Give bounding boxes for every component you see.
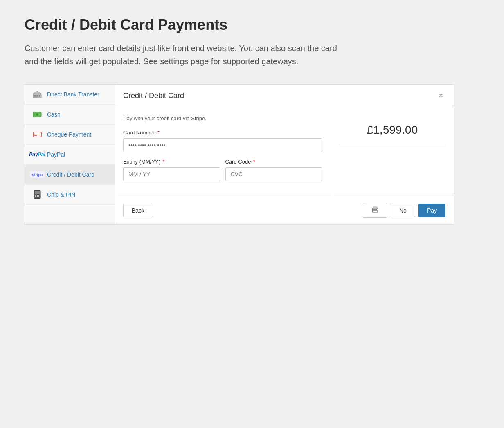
sidebar-item-label-cheque-payment: Cheque Payment bbox=[47, 131, 91, 138]
card-number-label: Card Number * bbox=[123, 130, 322, 136]
svg-rect-1 bbox=[34, 95, 36, 97]
no-button[interactable]: No bbox=[391, 204, 415, 217]
cheque-icon bbox=[32, 130, 43, 139]
expiry-input[interactable] bbox=[123, 167, 220, 181]
page-description: Customer can enter card details just lik… bbox=[25, 42, 352, 68]
footer-right-actions: No Pay bbox=[363, 203, 446, 218]
card-code-input[interactable] bbox=[225, 167, 323, 181]
modal-header: Credit / Debit Card × bbox=[115, 85, 454, 107]
form-subtitle: Pay with your credit card via Stripe. bbox=[123, 115, 322, 121]
expiry-cvc-row: Expiry (MM/YY) * Card Code * bbox=[123, 159, 322, 188]
page-title: Credit / Debit Card Payments bbox=[25, 16, 479, 34]
sidebar-item-paypal[interactable]: PayPal PayPal bbox=[25, 145, 115, 165]
card-code-group: Card Code * bbox=[225, 159, 323, 181]
payment-sidebar: Direct Bank Transfer Cash bbox=[25, 85, 115, 224]
amount-display: £1,599.00 bbox=[339, 115, 446, 145]
sidebar-item-label-cash: Cash bbox=[47, 111, 61, 118]
bank-icon bbox=[32, 90, 43, 99]
svg-rect-17 bbox=[35, 196, 36, 197]
svg-rect-23 bbox=[377, 209, 378, 210]
card-code-label: Card Code * bbox=[225, 159, 323, 165]
payment-container: Direct Bank Transfer Cash bbox=[25, 84, 454, 225]
card-number-group: Card Number * bbox=[123, 130, 322, 152]
sidebar-item-chip-pin[interactable]: Chip & PIN bbox=[25, 185, 115, 205]
pay-button[interactable]: Pay bbox=[418, 204, 446, 217]
modal-body: Pay with your credit card via Stripe. Ca… bbox=[115, 107, 454, 196]
sidebar-item-label-chip-pin: Chip & PIN bbox=[47, 191, 75, 198]
modal-footer: Back No Pay bbox=[115, 196, 454, 224]
svg-rect-19 bbox=[38, 196, 39, 197]
modal-content: Credit / Debit Card × Pay with your cred… bbox=[115, 85, 454, 224]
svg-rect-16 bbox=[38, 195, 39, 196]
amount-section: £1,599.00 bbox=[331, 107, 454, 196]
print-icon bbox=[371, 208, 379, 214]
paypal-icon: PayPal bbox=[32, 150, 43, 159]
svg-rect-2 bbox=[37, 95, 38, 97]
print-button[interactable] bbox=[363, 203, 387, 218]
svg-point-6 bbox=[36, 113, 38, 116]
svg-rect-22 bbox=[373, 211, 377, 212]
sidebar-item-label-paypal: PayPal bbox=[47, 151, 65, 158]
svg-rect-7 bbox=[33, 113, 35, 116]
expiry-label: Expiry (MM/YY) * bbox=[123, 159, 220, 165]
svg-rect-13 bbox=[35, 191, 40, 194]
svg-rect-14 bbox=[35, 195, 36, 196]
svg-marker-4 bbox=[33, 91, 41, 94]
modal-title: Credit / Debit Card bbox=[123, 92, 184, 100]
stripe-icon: stripe bbox=[32, 170, 43, 179]
svg-rect-15 bbox=[37, 195, 38, 196]
close-button[interactable]: × bbox=[436, 91, 446, 100]
sidebar-item-direct-bank-transfer[interactable]: Direct Bank Transfer bbox=[25, 85, 115, 105]
expiry-group: Expiry (MM/YY) * bbox=[123, 159, 220, 181]
sidebar-item-label-direct-bank-transfer: Direct Bank Transfer bbox=[47, 91, 99, 98]
card-form-section: Pay with your credit card via Stripe. Ca… bbox=[115, 107, 331, 196]
sidebar-item-credit-debit-card[interactable]: stripe Credit / Debit Card bbox=[25, 165, 115, 185]
svg-rect-21 bbox=[373, 207, 377, 209]
sidebar-item-cash[interactable]: Cash bbox=[25, 105, 115, 125]
sidebar-item-label-credit-debit-card: Credit / Debit Card bbox=[47, 171, 94, 178]
chip-icon bbox=[32, 190, 43, 199]
svg-rect-8 bbox=[40, 113, 41, 116]
back-button[interactable]: Back bbox=[123, 204, 153, 217]
card-number-input[interactable] bbox=[123, 138, 322, 152]
svg-rect-9 bbox=[33, 132, 41, 137]
sidebar-item-cheque-payment[interactable]: Cheque Payment bbox=[25, 125, 115, 145]
svg-rect-18 bbox=[37, 196, 38, 197]
cash-icon bbox=[32, 110, 43, 119]
svg-rect-3 bbox=[39, 95, 40, 97]
